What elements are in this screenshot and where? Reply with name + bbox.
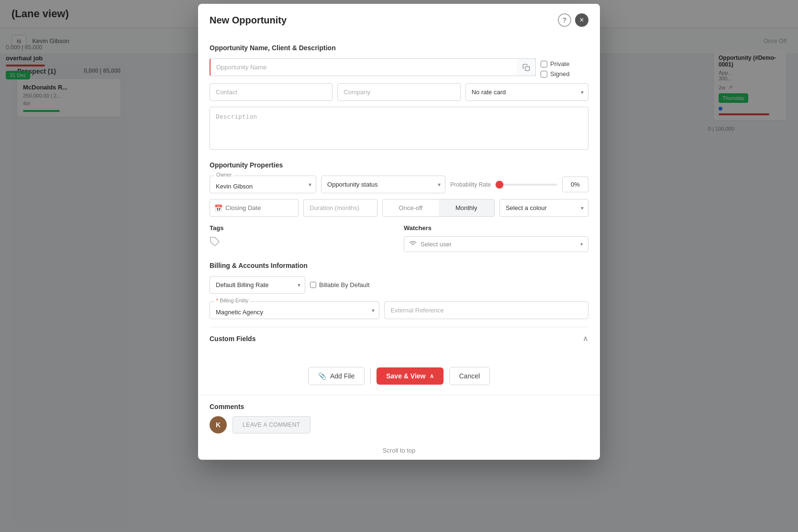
date-row: 📅 Once-off Monthly Select a colour <box>210 199 588 217</box>
copy-icon[interactable] <box>517 58 536 76</box>
modal-title: New Opportunity <box>210 15 287 26</box>
billing-rate-row: Default Billing Rate Billable By Default <box>210 276 588 294</box>
leave-comment-button[interactable]: LEAVE A COMMENT <box>233 416 310 433</box>
closing-date-field: 📅 <box>210 199 299 217</box>
owner-row: Owner Kevin Gibson Opportunity status Pr… <box>210 176 588 193</box>
owner-label: Owner <box>214 172 233 177</box>
description-textarea[interactable] <box>210 107 588 150</box>
tags-label: Tags <box>210 224 394 232</box>
status-select[interactable]: Opportunity status <box>321 176 445 193</box>
description-field <box>210 107 588 152</box>
opportunity-name-field <box>210 58 536 76</box>
description-row <box>210 107 588 152</box>
rate-card-field: No rate card <box>466 83 588 101</box>
signed-checkbox-label[interactable]: Signed <box>541 70 588 78</box>
watchers-chevron-icon: ▾ <box>580 241 583 247</box>
comments-title: Comments <box>210 403 588 410</box>
owner-field: Owner Kevin Gibson <box>210 176 316 193</box>
section-properties: Opportunity Properties <box>210 161 588 169</box>
section-opportunity: Opportunity Name, Client & Description <box>210 44 588 52</box>
svg-rect-0 <box>525 66 530 71</box>
billing-entity-row: * Billing Entity Magnetic Agency <box>210 301 588 319</box>
contact-company-row: No rate card <box>210 83 588 101</box>
modal: New Opportunity ? × Opportunity Name, Cl… <box>198 4 600 460</box>
close-button[interactable]: × <box>575 13 588 27</box>
calendar-icon: 📅 <box>214 204 222 212</box>
closing-date-input[interactable] <box>210 199 299 217</box>
contact-field <box>210 83 332 101</box>
external-reference-input[interactable] <box>384 301 588 319</box>
colour-field: Select a colour <box>499 199 588 217</box>
billable-checkbox[interactable] <box>310 282 316 288</box>
divider <box>370 367 371 385</box>
private-checkbox[interactable] <box>541 61 547 67</box>
rate-card-select[interactable]: No rate card <box>466 83 588 101</box>
cancel-button[interactable]: Cancel <box>449 367 490 385</box>
user-avatar: K <box>210 416 227 433</box>
billing-toggle-group: Once-off Monthly <box>382 199 495 217</box>
modal-backdrop: New Opportunity ? × Opportunity Name, Cl… <box>0 0 798 532</box>
probability-label: Probability Rate <box>450 181 491 188</box>
custom-fields-header: Custom Fields ∧ <box>210 327 588 350</box>
signed-checkbox[interactable] <box>541 71 547 78</box>
billable-checkbox-label[interactable]: Billable By Default <box>310 281 370 288</box>
collapse-icon[interactable]: ∧ <box>583 334 588 343</box>
save-chevron-icon: ∧ <box>430 373 434 379</box>
comment-input-row: K LEAVE A COMMENT <box>210 416 588 433</box>
private-checkbox-label[interactable]: Private <box>541 60 588 67</box>
contact-input[interactable] <box>210 83 332 101</box>
duration-field <box>303 199 377 217</box>
scroll-to-top[interactable]: Scroll to top <box>198 441 600 460</box>
watchers-placeholder: Select user <box>421 241 576 248</box>
modal-header: New Opportunity ? × <box>198 4 600 34</box>
paperclip-icon: 📎 <box>318 372 326 380</box>
custom-fields-title: Custom Fields <box>210 335 255 343</box>
add-file-button[interactable]: 📎 Add File <box>308 367 365 385</box>
billing-rate-field: Default Billing Rate <box>210 276 305 294</box>
once-off-toggle[interactable]: Once-off <box>383 200 438 216</box>
wifi-icon <box>409 240 417 249</box>
opportunity-name-input[interactable] <box>210 58 536 76</box>
owner-select[interactable]: Kevin Gibson <box>210 176 316 193</box>
billing-entity-label: * Billing Entity <box>214 298 250 303</box>
colour-select[interactable]: Select a colour <box>499 199 588 217</box>
save-view-button[interactable]: Save & View ∧ <box>377 367 443 385</box>
status-field: Opportunity status <box>321 176 445 193</box>
probability-slider[interactable] <box>496 184 557 186</box>
modal-footer: 📎 Add File Save & View ∧ Cancel <box>198 359 600 395</box>
watchers-input[interactable]: Select user ▾ <box>404 236 588 252</box>
probability-value: 0% <box>562 177 588 192</box>
tag-add-icon[interactable] <box>210 236 394 249</box>
watchers-label: Watchers <box>404 224 588 232</box>
header-icons: ? × <box>558 13 588 27</box>
probability-section: Probability Rate 0% <box>450 177 588 192</box>
external-reference-field <box>384 301 588 319</box>
billing-entity-field: * Billing Entity Magnetic Agency <box>210 301 379 319</box>
duration-input[interactable] <box>303 199 377 217</box>
billing-entity-select[interactable]: Magnetic Agency <box>210 301 379 319</box>
watchers-section: Watchers Select user ▾ <box>404 224 588 252</box>
monthly-toggle[interactable]: Monthly <box>439 200 494 216</box>
comments-section: Comments K LEAVE A COMMENT <box>198 395 600 441</box>
tags-section: Tags <box>210 224 394 252</box>
company-field <box>337 83 460 101</box>
help-button[interactable]: ? <box>558 13 571 27</box>
opportunity-name-row: Private Signed <box>210 58 588 78</box>
section-billing: Billing & Accounts Information <box>210 262 588 269</box>
checkbox-group: Private Signed <box>541 58 588 78</box>
company-input[interactable] <box>337 83 460 101</box>
modal-body: Opportunity Name, Client & Description <box>198 44 600 359</box>
billing-rate-select[interactable]: Default Billing Rate <box>210 276 305 294</box>
tags-watchers-row: Tags Watchers <box>210 224 588 252</box>
